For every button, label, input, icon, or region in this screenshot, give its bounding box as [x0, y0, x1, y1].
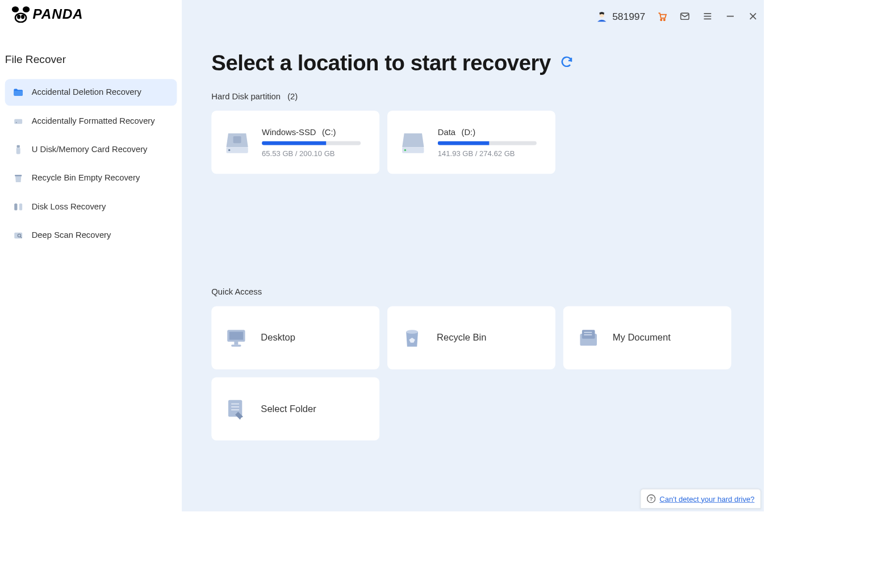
disk-name: Data	[438, 127, 455, 137]
svg-rect-23	[19, 203, 22, 210]
svg-rect-17	[14, 119, 22, 124]
svg-rect-16	[14, 91, 23, 96]
minimize-button[interactable]	[724, 10, 736, 22]
nav-label: Disk Loss Recovery	[32, 202, 106, 212]
svg-point-7	[660, 19, 662, 20]
partition-section-label: Hard Disk partition (2)	[211, 92, 734, 102]
brand-text: PANDA	[32, 6, 83, 22]
cart-icon[interactable]	[656, 10, 668, 22]
trash-icon	[12, 172, 25, 185]
svg-point-8	[664, 19, 665, 20]
document-icon	[575, 325, 601, 350]
disk-usage: 141.93 GB / 274.62 GB	[438, 149, 543, 157]
recycle-bin-icon	[399, 325, 425, 350]
nav-formatted-recovery[interactable]: Accidentally Formatted Recovery	[5, 108, 177, 135]
svg-rect-28	[233, 136, 241, 143]
nav-usb-recovery[interactable]: U Disk/Memory Card Recovery	[5, 136, 177, 163]
nav-recycle-bin-recovery[interactable]: Recycle Bin Empty Recovery	[5, 165, 177, 192]
help-icon: ?	[647, 494, 656, 503]
nav-label: U Disk/Memory Card Recovery	[32, 145, 148, 154]
sidebar-title: File Recover	[0, 44, 182, 77]
quick-label: My Document	[613, 333, 671, 343]
user-account[interactable]: 581997	[596, 10, 646, 23]
nav-disk-loss-recovery[interactable]: Disk Loss Recovery	[5, 194, 177, 220]
svg-rect-35	[231, 345, 241, 346]
nav-label: Deep Scan Recovery	[32, 230, 111, 240]
nav-deep-scan-recovery[interactable]: Deep Scan Recovery	[5, 222, 177, 249]
disk-usage: 65.53 GB / 200.10 GB	[262, 149, 367, 157]
disk-card-d[interactable]: Data(D:) 141.93 GB / 274.62 GB	[387, 111, 555, 174]
select-folder-icon	[223, 396, 249, 422]
sidebar: File Recover Accidental Deletion Recover…	[0, 44, 182, 251]
title-bar: PANDA 581997	[0, 0, 764, 35]
svg-rect-34	[234, 342, 238, 345]
content-area: Select a location to start recovery Hard…	[182, 44, 764, 511]
svg-text:?: ?	[650, 495, 653, 502]
svg-point-31	[404, 149, 406, 151]
svg-rect-22	[14, 203, 17, 210]
usb-icon	[12, 143, 25, 156]
help-pill[interactable]: ? Can't detect your hard drive?	[640, 489, 760, 509]
disk-letter: (D:)	[462, 127, 476, 137]
svg-point-3	[17, 15, 20, 19]
folder-icon	[12, 86, 25, 99]
quick-my-document[interactable]: My Document	[563, 306, 731, 369]
hdd-icon	[399, 128, 427, 156]
disk-letter: (C:)	[322, 127, 336, 137]
usage-bar	[262, 141, 361, 145]
hdd-icon	[223, 128, 251, 156]
nav-label: Accidentally Formatted Recovery	[32, 116, 155, 125]
usage-bar	[438, 141, 537, 145]
app-logo: PANDA	[10, 6, 83, 23]
svg-point-36	[406, 330, 418, 334]
user-id: 581997	[612, 11, 645, 22]
scan-icon	[12, 229, 25, 242]
quick-label: Select Folder	[261, 404, 316, 414]
refresh-button[interactable]	[560, 55, 574, 71]
svg-point-1	[23, 6, 30, 12]
nav-accidental-deletion[interactable]: Accidental Deletion Recovery	[5, 79, 177, 106]
quick-label: Recycle Bin	[437, 333, 486, 343]
drive-icon	[12, 115, 25, 128]
mail-icon[interactable]	[679, 10, 691, 22]
desktop-icon	[223, 325, 249, 350]
menu-icon[interactable]	[701, 10, 713, 22]
svg-rect-33	[229, 332, 243, 340]
close-button[interactable]	[747, 10, 759, 22]
svg-point-18	[16, 122, 17, 123]
svg-point-2	[15, 13, 26, 22]
quick-label: Desktop	[261, 333, 295, 343]
disk-name: Windows-SSD	[262, 127, 316, 137]
svg-rect-19	[17, 145, 20, 148]
svg-point-29	[228, 149, 230, 151]
svg-point-4	[21, 15, 24, 19]
quick-desktop[interactable]: Desktop	[211, 306, 379, 369]
help-link[interactable]: Can't detect your hard drive?	[659, 494, 754, 503]
disk-card-c[interactable]: Windows-SSD(C:) 65.53 GB / 200.10 GB	[211, 111, 379, 174]
quick-select-folder[interactable]: Select Folder	[211, 377, 379, 440]
quick-access-label: Quick Access	[211, 287, 734, 297]
quick-recycle-bin[interactable]: Recycle Bin	[387, 306, 555, 369]
page-title: Select a location to start recovery	[211, 51, 550, 75]
nav-label: Accidental Deletion Recovery	[32, 87, 141, 97]
partition-icon	[12, 200, 25, 213]
nav-label: Recycle Bin Empty Recovery	[32, 173, 140, 183]
svg-point-0	[12, 6, 19, 12]
svg-rect-20	[16, 148, 20, 154]
svg-rect-21	[15, 175, 22, 177]
avatar-icon	[596, 10, 609, 23]
